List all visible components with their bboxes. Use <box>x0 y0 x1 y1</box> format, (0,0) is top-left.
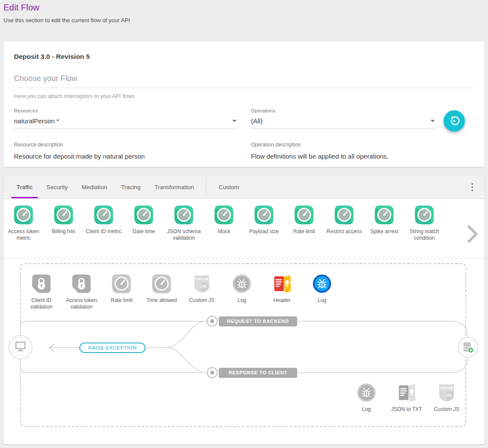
palette-item-date-time[interactable]: Date time <box>124 205 164 241</box>
request-interceptors-row: Client ID validation Access token valida… <box>21 274 342 310</box>
palette-item-payload-size[interactable]: Payload size <box>244 205 284 241</box>
gauge-teal-icon <box>134 205 153 224</box>
palette-item-client-id-metric[interactable]: Client ID metric <box>84 205 124 241</box>
page-header: Edit Flow Use this section to edit the c… <box>0 0 488 24</box>
flow-interceptor-log[interactable]: Log <box>222 274 262 310</box>
descriptions-row: Resource description Resource for deposi… <box>14 140 474 160</box>
resources-select[interactable]: Resources naturalPerson * <box>14 108 237 129</box>
tab-tracing[interactable]: Tracing <box>114 176 148 198</box>
flow-interceptor-custom-js[interactable]: Custom JS <box>182 274 222 310</box>
interceptor-label: JSON schema validation <box>164 228 204 241</box>
response-connector-dot <box>207 368 217 378</box>
tab-mediation[interactable]: Mediation <box>75 176 115 198</box>
palette-item-string-match-condition[interactable]: String match condition <box>404 205 444 241</box>
client-monitor-icon <box>9 336 32 359</box>
flow-interceptor-rate-limit[interactable]: Rate limit <box>102 274 142 310</box>
palette-item-spike-arrest[interactable]: Spike arrest <box>364 205 404 241</box>
operation-description: Operation description Flow definitions w… <box>251 140 436 160</box>
gauge-teal-icon <box>335 205 354 224</box>
interceptor-label: Log <box>318 297 326 304</box>
gauge-teal-icon <box>174 205 193 224</box>
raise-exception-label: RAISE EXCEPTION <box>79 343 146 353</box>
resource-description-value: Resource for deposit made by natural per… <box>14 153 237 160</box>
flow-interceptor-log[interactable]: Log <box>346 383 386 413</box>
interceptor-label: Time allowed <box>146 297 177 304</box>
lock-icon <box>72 274 91 293</box>
tab-label: Traffic <box>17 184 33 190</box>
more-options-button[interactable] <box>467 176 485 198</box>
log-gray-icon <box>357 383 376 402</box>
palette-scroll-right-button[interactable] <box>467 225 478 244</box>
lock-icon <box>32 274 51 293</box>
interceptor-label: Rate limit <box>111 297 132 304</box>
gauge-gray-icon <box>112 274 131 293</box>
flow-interceptor-access-token-validation[interactable]: Access token validation <box>61 274 102 310</box>
operations-label: Operations <box>251 108 436 113</box>
tab-custom[interactable]: Custom <box>212 176 246 198</box>
interceptor-label: Custom JS <box>189 297 215 304</box>
tab-security[interactable]: Security <box>40 176 75 198</box>
flow-interceptor-client-id-validation[interactable]: Client ID validation <box>21 274 61 310</box>
interceptor-label: Header <box>273 297 290 304</box>
request-to-backend-label: REQUEST TO BACKEND <box>219 316 297 326</box>
custom-js-icon <box>192 274 211 293</box>
gauge-teal-icon <box>14 205 33 224</box>
tab-traffic[interactable]: Traffic <box>10 176 40 198</box>
gauge-teal-icon <box>94 205 113 224</box>
gauge-teal-icon <box>254 205 274 224</box>
interceptor-label: JSON to TXT <box>391 406 422 413</box>
operations-value: (All) <box>251 117 263 125</box>
response-to-client-label: RESPONSE TO CLIENT <box>219 368 297 378</box>
caret-down-icon <box>430 120 435 122</box>
interceptor-label: Log <box>237 297 246 304</box>
operation-description-value: Flow definitions will be applied to all … <box>251 153 436 160</box>
interceptor-label: Access token validation <box>61 297 102 310</box>
log-gray-icon <box>232 274 251 293</box>
operations-select[interactable]: Operations (All) <box>251 108 436 129</box>
kebab-menu-icon <box>471 183 473 191</box>
palette-item-rate-limit[interactable]: Rate limit <box>284 205 324 241</box>
flow-interceptor-header[interactable]: Header <box>262 274 302 310</box>
palette-item-billing-hits[interactable]: Billing hits <box>44 205 84 241</box>
caret-down-icon <box>232 120 237 122</box>
flow-interceptor-custom-js[interactable]: Custom JS <box>427 383 467 413</box>
resources-value: naturalPerson * <box>14 117 59 125</box>
backend-database-add-icon <box>458 337 478 357</box>
interceptor-label: Access token metric <box>3 228 44 241</box>
header-icon <box>272 274 291 293</box>
palette-item-restrict-access[interactable]: Restrict access <box>324 205 364 241</box>
resources-label: Resources <box>14 108 237 113</box>
page-title: Edit Flow <box>3 3 485 13</box>
resource-description: Resource description Resource for deposi… <box>14 140 237 160</box>
tab-label: Security <box>47 184 68 190</box>
flow-interceptor-time-allowed[interactable]: Time allowed <box>142 274 182 310</box>
tab-group-divider <box>206 177 207 197</box>
interceptor-label: Client ID validation <box>21 297 61 310</box>
palette-item-access-token-metric[interactable]: Access token metric <box>3 205 44 241</box>
interceptor-label: Restrict access <box>326 228 362 235</box>
tab-label: Transformation <box>155 184 194 190</box>
operation-description-label: Operation description <box>251 142 301 148</box>
interceptor-label: Spike arrest <box>370 228 398 235</box>
interceptor-category-tabs: Traffic Security Mediation Tracing Trans… <box>3 176 485 199</box>
interceptor-label: Date time <box>132 228 155 235</box>
palette-item-json-schema-validation[interactable]: JSON schema validation <box>164 205 204 241</box>
flow-selects-row: Resources naturalPerson * Operations (Al… <box>14 108 474 132</box>
interceptor-label: Rate limit <box>293 228 315 235</box>
refresh-flow-button[interactable] <box>444 110 465 132</box>
flow-interceptor-log[interactable]: Log <box>302 274 342 310</box>
flow-selector-card: Deposit 3.0 - Revision 5 Choose your Flo… <box>3 41 485 167</box>
custom-js-icon <box>437 383 456 402</box>
interceptor-label: String match condition <box>404 228 444 241</box>
palette-item-mock[interactable]: Mock <box>204 205 244 241</box>
interceptor-label: Custom JS <box>434 406 460 413</box>
api-revision-heading: Deposit 3.0 - Revision 5 <box>14 53 474 61</box>
tab-transformation[interactable]: Transformation <box>148 176 201 198</box>
history-restore-icon <box>448 115 460 127</box>
choose-flow-section-head: Choose your Flow <box>14 74 474 88</box>
page-subtitle: Use this section to edit the current flo… <box>3 17 485 24</box>
gauge-teal-icon <box>54 205 73 224</box>
flow-interceptor-json-to-txt[interactable]: JSON to TXT <box>386 383 427 413</box>
gauge-teal-icon <box>214 205 234 224</box>
log-blue-icon <box>312 274 332 293</box>
